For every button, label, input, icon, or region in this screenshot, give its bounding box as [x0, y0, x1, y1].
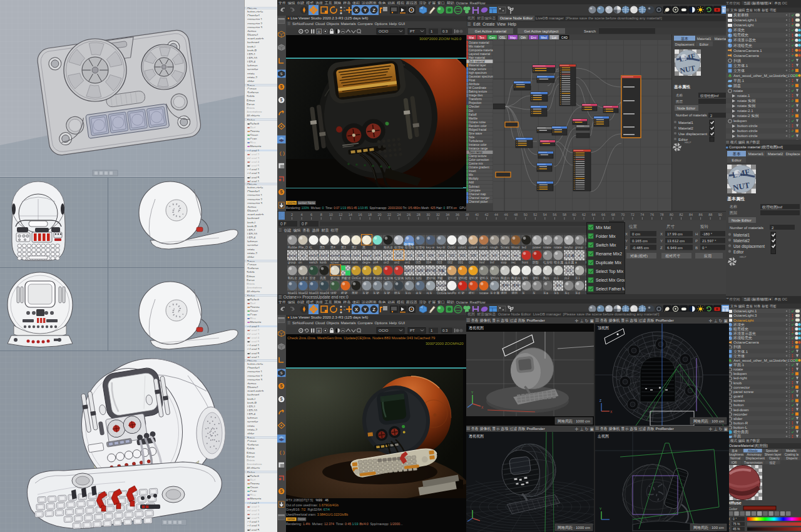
svg-text:button-circle: button-circle [737, 134, 758, 138]
svg-text:Image tiles: Image tiles [469, 94, 483, 97]
svg-text:0 F: 0 F [302, 222, 307, 226]
svg-text:group: group [288, 253, 297, 257]
svg-text:Float: Float [469, 79, 476, 82]
svg-text:网格间距 : 1000 cm: 网格间距 : 1000 cm [558, 419, 590, 424]
svg-text:8: 8 [320, 213, 322, 217]
svg-text:0 °: 0 ° [733, 517, 737, 521]
svg-text:003: 003 [437, 260, 442, 264]
svg-text:Gaussian spectrum: Gaussian spectrum [469, 75, 493, 78]
svg-text:Subtract: Subtract [469, 185, 480, 188]
svg-text:Use displacement: Use displacement [678, 132, 707, 136]
svg-text:switch: switch [309, 260, 318, 264]
svg-text:rough: rough [490, 245, 498, 249]
svg-text:S: S [280, 72, 283, 76]
svg-text:Y: Y [625, 239, 628, 243]
svg-text:Add: Add [469, 181, 474, 184]
svg-text:34: 34 [446, 213, 449, 217]
svg-text:Z: Z [372, 307, 375, 312]
svg-text:26: 26 [407, 213, 411, 217]
svg-text:on4: on4 [373, 260, 379, 264]
svg-text:54: 54 [543, 213, 547, 217]
svg-text:黄铜绿: 黄铜绿 [362, 276, 372, 280]
svg-text:Color: Color [728, 507, 737, 511]
svg-text:Projection: Projection [469, 101, 482, 105]
svg-text:B: B [695, 246, 698, 250]
svg-text:74: 74 [640, 213, 644, 217]
svg-text:基本: 基本 [732, 449, 738, 453]
svg-text:a: a [575, 260, 577, 264]
svg-text:60: 60 [572, 213, 576, 217]
svg-text:OctaneLight.1: OctaneLight.1 [733, 18, 757, 22]
svg-text:Composite materia: Composite materia [469, 49, 493, 52]
svg-text:38: 38 [465, 213, 469, 217]
svg-text:Cosine mix: Cosine mix [469, 162, 483, 165]
svg-text:黑3: 黑3 [341, 245, 346, 249]
svg-text:Y: Y [660, 239, 663, 243]
svg-text:Rubbe: Rubbe [288, 245, 297, 249]
svg-text:record: record [340, 253, 350, 257]
svg-text:14: 14 [349, 213, 352, 217]
svg-text:Toon ramp: Toon ramp [469, 151, 482, 154]
svg-text:纹理绘: 纹理绘 [404, 242, 414, 246]
svg-text:陶白: 陶白 [543, 276, 549, 280]
svg-text:反射单独: 反射单独 [733, 13, 748, 17]
svg-text:Channel merger: Channel merger [469, 197, 489, 200]
svg-text:rotate: rotate [554, 245, 562, 249]
svg-text:磨砂银: 磨砂银 [426, 276, 436, 280]
svg-text:56: 56 [553, 213, 556, 217]
svg-text:num: num [352, 260, 358, 264]
svg-text:网格间距 : 100 cm: 网格间距 : 100 cm [693, 525, 724, 530]
svg-text:20: 20 [377, 213, 381, 217]
svg-text:浅金属: 浅金属 [564, 253, 574, 258]
svg-text:Select Top Mix: Select Top Mix [596, 269, 624, 274]
svg-text:color1: color1 [479, 245, 488, 249]
svg-text:平面.1: 平面.1 [733, 362, 745, 367]
svg-text:环境显示器光: 环境显示器光 [733, 38, 756, 43]
svg-text:知粉光: 知粉光 [405, 276, 414, 280]
svg-text:on3: on3 [384, 260, 389, 264]
svg-text:Wood: Wood [511, 245, 519, 249]
svg-text:纹理绘图lmf: 纹理绘图lmf [700, 94, 719, 98]
svg-text:灰1: 灰1 [574, 276, 580, 280]
svg-text:屏蔽绿: 屏蔽绿 [341, 276, 350, 280]
svg-text:名称: 名称 [676, 93, 683, 97]
svg-text:R: R [318, 329, 321, 333]
svg-text:基本属性: 基本属性 [727, 196, 745, 202]
svg-text:on3: on3 [385, 253, 390, 257]
svg-text:Material2: Material2 [733, 238, 750, 243]
svg-text:Instance range: Instance range [469, 147, 488, 150]
svg-text:Emi: Emi [531, 36, 536, 39]
svg-text:Node Editor: Node Editor [732, 218, 752, 222]
svg-text:平面.1: 平面.1 [733, 78, 745, 83]
svg-text:90: 90 [718, 213, 722, 217]
svg-text:42: 42 [484, 213, 488, 217]
svg-text:基本属性: 基本属性 [674, 84, 691, 90]
svg-text:透明: 透明 [502, 284, 509, 287]
svg-text:塑料灰: 塑料灰 [479, 276, 489, 280]
svg-text:Switch Mix: Switch Mix [596, 243, 616, 247]
svg-text:(): () [279, 150, 285, 156]
svg-text:86: 86 [699, 213, 703, 217]
svg-text:左视图: 左视图 [598, 434, 609, 439]
svg-text:Material1: Material1 [748, 152, 764, 156]
svg-text:亮黑: 亮黑 [320, 276, 326, 280]
svg-text:Editor: Editor [733, 250, 743, 254]
svg-text:4: 4 [301, 213, 303, 217]
svg-text:黄铜绿: 黄铜绿 [373, 276, 382, 280]
svg-text:Mix material: Mix material [469, 45, 484, 48]
svg-text:塑料黄: 塑料黄 [469, 276, 478, 280]
svg-text:Layered material: Layered material [469, 53, 490, 56]
svg-text:Mix: Mix [469, 173, 474, 176]
svg-text:Specular: Specular [766, 449, 778, 453]
svg-text:Asrt_wood_other_M_uc1kstizfa_L: Asrt_wood_other_M_uc1kstizfa_LOD0 [733, 359, 798, 362]
svg-text:Tex: Tex [479, 36, 484, 39]
svg-text:switch: switch [309, 253, 318, 257]
svg-text:Displacement: Displacement [746, 456, 765, 460]
svg-text:白2: 白2 [566, 269, 572, 273]
svg-text:Select Mix Group: Select Mix Group [596, 278, 625, 283]
svg-text:46: 46 [504, 213, 508, 217]
svg-text:hmf: hmf [481, 253, 487, 257]
svg-text:004: 004 [427, 253, 433, 257]
svg-text:圆盘: 圆盘 [733, 84, 741, 88]
svg-text:颗粒金: 颗粒金 [288, 276, 297, 280]
